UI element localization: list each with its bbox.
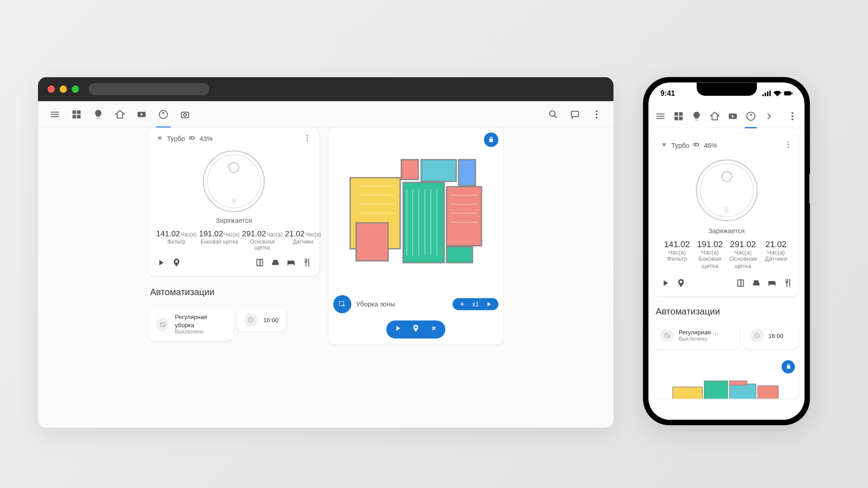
map-bottom-controls [386, 320, 445, 338]
room-bed-icon[interactable] [767, 278, 777, 291]
svg-point-1 [159, 110, 167, 118]
floor-map[interactable] [349, 153, 485, 271]
stat-filter: 141.02Час(а)Фильтр [660, 239, 693, 270]
robot-illustration [660, 157, 793, 224]
zone-multiplier[interactable]: x1 [472, 300, 479, 308]
video-icon[interactable] [132, 104, 151, 124]
stats-row: 141.02Час(а)Фильтр 191.02Час(а)Боковая щ… [156, 229, 311, 251]
vacuum-card: Турбо 43% Заряжается 141.02Час(а)Фильтр … [149, 128, 319, 276]
svg-point-31 [747, 112, 755, 120]
svg-point-2 [162, 112, 164, 114]
stat-sensors: 21.02Час(а)Датчики [760, 239, 793, 270]
room-door-icon[interactable] [736, 278, 745, 291]
close-window-button[interactable] [47, 85, 55, 93]
phone-side-button [809, 174, 811, 204]
phone-notch [696, 83, 756, 96]
dashboard-icon[interactable] [670, 108, 687, 124]
svg-point-9 [596, 117, 598, 118]
svg-rect-6 [571, 111, 579, 117]
battery-percent: 46% [704, 141, 717, 149]
svg-point-5 [550, 111, 555, 116]
map-fan-button[interactable] [429, 324, 438, 335]
idea-icon[interactable] [89, 104, 108, 124]
automations-header: Автоматизации [150, 287, 214, 297]
battery-icon [784, 90, 793, 96]
zone-add-button[interactable] [459, 300, 466, 308]
battery-icon [189, 134, 196, 143]
svg-point-14 [307, 140, 308, 141]
clock-icon [244, 313, 257, 326]
automation-regular-clean[interactable]: Регулярная уборкаВыключено [149, 308, 233, 341]
card-more-icon[interactable] [784, 141, 793, 150]
browser-window: Турбо 43% Заряжается 141.02Час(а)Фильтр … [38, 77, 613, 428]
automations-header: Автоматизации [656, 306, 797, 316]
zone-select-button[interactable] [333, 295, 351, 313]
lock-icon[interactable] [484, 132, 498, 147]
room-kitchen-icon[interactable] [783, 278, 793, 291]
vacuum-status: Заряжается [660, 227, 793, 235]
room-sofa-icon[interactable] [271, 258, 280, 270]
robot-tab-icon[interactable] [742, 108, 759, 124]
play-button[interactable] [660, 278, 670, 291]
zone-play-button[interactable] [485, 300, 492, 308]
minimize-window-button[interactable] [60, 85, 67, 93]
address-bar[interactable] [89, 83, 209, 95]
automation-title: Регулярная … [679, 328, 718, 336]
dashboard-icon[interactable] [67, 104, 86, 124]
automation-regular-clean[interactable]: Регулярная …Выключено [655, 322, 740, 349]
stat-main-brush: 291.02Час(а)Основная щетка [242, 229, 283, 251]
room-door-icon[interactable] [255, 258, 264, 270]
automation-time[interactable]: 16:00 [744, 322, 798, 349]
video-icon[interactable] [724, 108, 741, 124]
maximize-window-button[interactable] [72, 85, 79, 93]
top-nav [38, 101, 613, 128]
locate-button[interactable] [172, 258, 181, 270]
status-time: 9:41 [660, 89, 675, 98]
svg-point-8 [596, 113, 598, 115]
home-icon[interactable] [110, 104, 130, 124]
chat-icon[interactable] [565, 104, 585, 124]
room-kitchen-icon[interactable] [302, 258, 311, 270]
more-icon[interactable] [784, 108, 801, 124]
svg-rect-24 [762, 94, 764, 96]
card-more-icon[interactable] [303, 134, 311, 143]
more-icon[interactable] [587, 104, 606, 124]
svg-point-39 [788, 144, 789, 145]
svg-point-38 [788, 141, 789, 143]
search-icon[interactable] [543, 104, 563, 124]
stat-side-brush: 191.02Час(а)Боковая щетка [693, 239, 726, 270]
camera-icon[interactable] [175, 104, 195, 124]
svg-rect-28 [784, 91, 791, 95]
lock-icon[interactable] [782, 360, 795, 373]
zone-controls: x1 [453, 298, 499, 310]
menu-icon[interactable] [45, 104, 65, 124]
svg-rect-29 [792, 92, 793, 94]
menu-icon[interactable] [652, 108, 669, 124]
svg-rect-20 [260, 259, 262, 266]
play-button[interactable] [156, 258, 165, 270]
vacuum-mode: Турбо [167, 135, 185, 142]
chevron-right-icon[interactable] [760, 108, 777, 124]
idea-icon[interactable] [688, 108, 705, 124]
signal-icon [762, 90, 771, 96]
automation-time[interactable]: 16:00 [237, 308, 286, 331]
zone-label: Уборка зоны [356, 300, 448, 308]
room-sofa-icon[interactable] [751, 278, 761, 291]
automation-subtitle: Выключено [175, 329, 226, 336]
svg-rect-23 [340, 301, 344, 305]
room-bed-icon[interactable] [286, 258, 296, 270]
content-area: Турбо 43% Заряжается 141.02Час(а)Фильтр … [38, 128, 613, 428]
svg-rect-27 [769, 90, 771, 96]
locate-button[interactable] [676, 278, 686, 291]
map-play-button[interactable] [393, 324, 402, 335]
svg-point-12 [307, 135, 308, 136]
svg-rect-44 [724, 207, 729, 212]
vacuum-status: Заряжается [156, 217, 311, 224]
robot-tab-icon[interactable] [154, 104, 173, 124]
phone-map-card[interactable] [655, 357, 799, 399]
map-locate-button[interactable] [411, 324, 420, 335]
fan-icon [156, 134, 163, 143]
stat-sensors: 21.02Час(а)Датчики [285, 229, 321, 251]
svg-point-4 [184, 113, 186, 116]
home-icon[interactable] [706, 108, 723, 124]
